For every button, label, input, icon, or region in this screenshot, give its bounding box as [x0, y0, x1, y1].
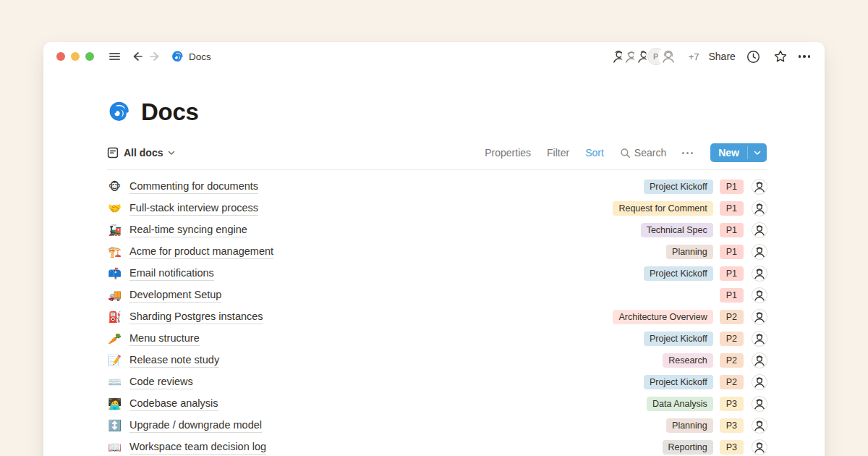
- view-more-options-icon[interactable]: [682, 152, 693, 154]
- sort-button[interactable]: Sort: [585, 147, 604, 159]
- priority-badge: P1: [720, 180, 744, 194]
- collection-toolbar: All docs Properties Filter Sort Search N…: [107, 143, 767, 170]
- assignee-avatar: [752, 353, 767, 368]
- doc-row[interactable]: 🚂 Real-time syncing engine Technical Spe…: [107, 219, 767, 241]
- doc-title: Menu structure: [129, 332, 200, 346]
- doc-type-tag: Project Kickoff: [644, 180, 713, 194]
- zoom-window-button[interactable]: [85, 52, 94, 61]
- locomotive-emoji: 🚂: [107, 224, 122, 237]
- collaborator-avatar-stack: P: [610, 48, 677, 65]
- up-down-arrow-emoji: ↕️: [107, 419, 122, 432]
- priority-badge: P3: [720, 397, 744, 411]
- new-doc-button[interactable]: New: [710, 143, 767, 162]
- building-construction-emoji: 🏗️: [107, 245, 122, 258]
- back-arrow-icon[interactable]: [129, 48, 146, 65]
- priority-badge: P1: [720, 223, 744, 237]
- assignee-avatar: [752, 266, 767, 281]
- assignee-avatar: [752, 245, 767, 259]
- open-book-emoji: 📖: [107, 441, 122, 454]
- forward-arrow-icon[interactable]: [146, 48, 163, 65]
- doc-type-tag: Architecture Overview: [613, 310, 712, 324]
- doc-row[interactable]: 🏗️ Acme for product management Planning …: [107, 241, 767, 263]
- doc-title: Release note study: [129, 353, 219, 368]
- properties-button[interactable]: Properties: [485, 147, 531, 159]
- doc-row[interactable]: 🧑‍💻 Codebase analysis Data Analysis P3: [107, 393, 767, 415]
- new-doc-chevron-down-icon[interactable]: [748, 143, 767, 162]
- more-options-icon[interactable]: [799, 55, 810, 57]
- doc-title: Sharding Postgres instances: [129, 310, 263, 324]
- priority-badge: P3: [720, 418, 744, 433]
- doc-title: Upgrade / downgrade model: [129, 418, 262, 433]
- handshake-emoji: 🤝: [107, 202, 122, 215]
- priority-badge: P3: [720, 440, 744, 455]
- monkey-face-emoji: 🐵: [107, 180, 122, 193]
- assignee-avatar: [752, 418, 767, 433]
- priority-badge: P2: [720, 375, 744, 389]
- doc-row[interactable]: 🥕 Menu structure Project Kickoff P2: [107, 328, 767, 350]
- doc-row[interactable]: ⌨️ Code reviews Project Kickoff P2: [107, 371, 767, 393]
- app-window: Docs P +7 Share: [43, 42, 825, 456]
- assignee-avatar: [752, 332, 767, 346]
- technologist-emoji: 🧑‍💻: [107, 397, 122, 410]
- doc-type-tag: Request for Comment: [613, 201, 712, 216]
- doc-row[interactable]: 📫 Email notifications Project Kickoff P1: [107, 263, 767, 284]
- filter-button[interactable]: Filter: [547, 147, 569, 159]
- page-header: Docs: [107, 97, 767, 127]
- priority-badge: P1: [720, 288, 744, 303]
- doc-row[interactable]: ⛽ Sharding Postgres instances Architectu…: [107, 306, 767, 328]
- doc-title: Real-time syncing engine: [129, 223, 247, 237]
- page-title: Docs: [141, 98, 199, 126]
- doc-row[interactable]: 🚚 Development Setup P1: [107, 284, 767, 306]
- sidebar-toggle-icon[interactable]: [106, 48, 123, 65]
- carrot-emoji: 🥕: [107, 332, 122, 345]
- workspace-logo-spiral-icon: [171, 50, 184, 64]
- collaborator-avatar[interactable]: [660, 48, 677, 65]
- doc-title: Codebase analysis: [129, 397, 218, 411]
- collaborator-overflow-count[interactable]: +7: [689, 51, 699, 62]
- priority-badge: P1: [720, 245, 744, 259]
- traffic-lights: [56, 52, 94, 61]
- view-selector[interactable]: All docs: [107, 147, 175, 159]
- doc-type-tag: Project Kickoff: [644, 375, 713, 389]
- doc-type-tag: Reporting: [663, 440, 713, 455]
- search-icon: [620, 148, 631, 159]
- minimize-window-button[interactable]: [71, 52, 80, 61]
- priority-badge: P2: [720, 310, 744, 324]
- assignee-avatar: [752, 180, 767, 194]
- doc-row[interactable]: 🤝 Full-stack interview process Request f…: [107, 198, 767, 219]
- doc-type-tag: Project Kickoff: [644, 266, 713, 281]
- docs-spiral-icon: [107, 100, 132, 124]
- doc-title: Development Setup: [129, 288, 221, 303]
- priority-badge: P2: [720, 332, 744, 346]
- assignee-avatar: [752, 440, 767, 455]
- history-clock-icon[interactable]: [745, 48, 762, 65]
- doc-type-tag: Data Analysis: [647, 397, 713, 411]
- assignee-avatar: [752, 288, 767, 303]
- doc-type-tag: Technical Spec: [641, 223, 713, 237]
- doc-type-tag: Research: [663, 353, 713, 368]
- assignee-avatar: [752, 310, 767, 324]
- doc-row[interactable]: 📝 Release note study Research P2: [107, 350, 767, 371]
- assignee-avatar: [752, 201, 767, 216]
- favorite-star-icon[interactable]: [772, 48, 789, 65]
- close-window-button[interactable]: [56, 52, 65, 61]
- new-doc-label: New: [710, 143, 747, 162]
- search-label: Search: [634, 147, 666, 159]
- doc-row[interactable]: 🐵 Commenting for documents Project Kicko…: [107, 176, 767, 198]
- doc-list: 🐵 Commenting for documents Project Kicko…: [107, 170, 767, 456]
- doc-title: Acme for product management: [129, 245, 273, 259]
- fuel-pump-emoji: ⛽: [107, 311, 122, 324]
- assignee-avatar: [752, 223, 767, 237]
- search-button[interactable]: Search: [620, 147, 666, 159]
- doc-row[interactable]: 📖 Workspace team decision log Reporting …: [107, 436, 767, 456]
- doc-title: Workspace team decision log: [129, 440, 266, 455]
- priority-badge: P2: [720, 353, 744, 368]
- memo-emoji: 📝: [107, 354, 122, 367]
- share-button[interactable]: Share: [708, 51, 735, 62]
- doc-title: Email notifications: [129, 266, 214, 281]
- doc-row[interactable]: ↕️ Upgrade / downgrade model Planning P3: [107, 415, 767, 436]
- priority-badge: P1: [720, 266, 744, 281]
- keyboard-emoji: ⌨️: [107, 376, 122, 389]
- doc-title: Commenting for documents: [129, 180, 258, 194]
- doc-type-tag: Project Kickoff: [644, 332, 713, 346]
